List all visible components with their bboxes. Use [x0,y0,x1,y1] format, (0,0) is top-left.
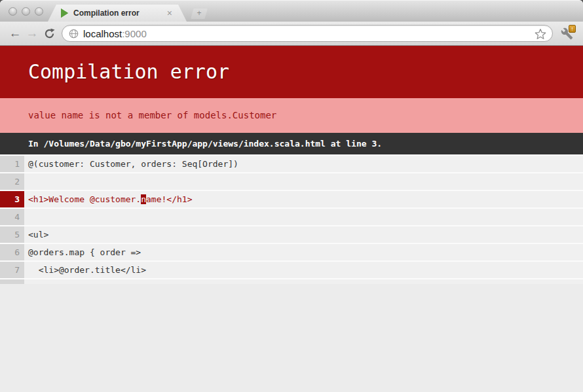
line-number: 2 [0,173,24,190]
play-framework-icon [61,9,68,18]
window-controls [9,7,43,16]
url-host: localhost [83,28,122,39]
back-button[interactable]: ← [7,25,24,42]
code-text: @(customer: Customer, orders: Seq[Order]… [24,156,583,172]
gutter-stub-cell [0,279,24,284]
address-bar[interactable]: localhost:9000 [62,25,553,42]
code-text: <li>@order.title</li> [24,262,583,278]
zoom-window-button[interactable] [35,7,43,16]
code-line-6: 6 @orders.map { order => [0,244,583,260]
error-highlight: n [141,194,146,204]
line-number: 3 [0,191,24,207]
code-line-4: 4 [0,209,583,225]
code-text: @orders.map { order => [24,244,583,260]
line-number: 7 [0,262,24,278]
line-number: 1 [0,156,24,172]
page-content: Compilation error value name is not a me… [0,46,583,389]
code-line-7: 7 <li>@order.title</li> [0,262,583,278]
reload-icon [44,28,55,39]
code-line-5: 5 <ul> [0,226,583,243]
tab-title: Compilation error [73,9,166,18]
close-window-button[interactable] [9,7,17,16]
error-message: value name is not a member of models.Cus… [0,98,583,133]
tab-strip: Compilation error × + [0,0,583,22]
browser-toolbar: ← → localhost:9000 ↑ [0,22,583,46]
url-text[interactable]: localhost:9000 [83,28,147,39]
code-line-2: 2 [0,173,583,190]
page-title: Compilation error [0,46,583,98]
line-number: 4 [0,209,24,225]
tab-close-icon[interactable]: × [166,9,174,18]
line-number: 6 [0,244,24,260]
bookmark-star-button[interactable] [535,28,546,40]
gutter-stub [0,279,583,284]
wrench-menu-button[interactable]: ↑ [557,24,576,43]
browser-window: Compilation error × + ← → localhost:9000 [0,0,583,392]
code-text [24,173,583,190]
update-badge: ↑ [569,25,576,33]
new-tab-button[interactable]: + [191,9,208,19]
code-line-1: 1 @(customer: Customer, orders: Seq[Orde… [0,156,583,172]
error-location: In /Volumes/Data/gbo/myFirstApp/app/view… [0,133,583,154]
code-pre: <h1>Welcome @customer. [28,194,141,204]
forward-button: → [24,25,41,42]
reload-button[interactable] [41,28,58,39]
url-port: :9000 [122,28,147,39]
code-listing: 1 @(customer: Customer, orders: Seq[Orde… [0,154,583,284]
code-line-3-error: 3 <h1>Welcome @customer.name!</h1> [0,191,583,207]
code-stub-cell [24,279,583,284]
code-text: <ul> [24,226,583,243]
browser-tab[interactable]: Compilation error × [48,5,187,22]
globe-icon [69,29,79,39]
line-number: 5 [0,226,24,243]
code-post: ame!</h1> [146,194,192,204]
minimize-window-button[interactable] [22,7,30,16]
code-text [24,209,583,225]
code-text: <h1>Welcome @customer.name!</h1> [24,191,583,207]
star-icon [535,28,546,40]
page-background [0,284,583,389]
